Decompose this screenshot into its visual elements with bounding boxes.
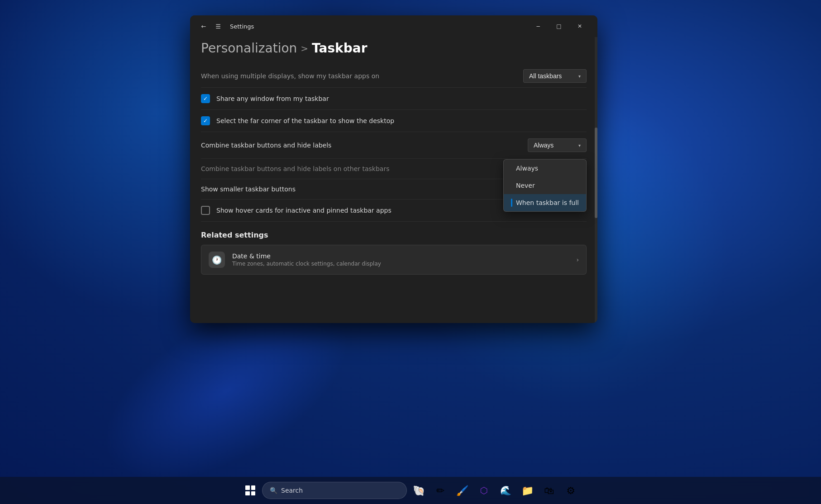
multiple-displays-row: When using multiple displays, show my ta… (201, 65, 587, 88)
far-corner-label: Select the far corner of the taskbar to … (216, 117, 587, 124)
taskbar-icon-paint[interactable]: 🖌️ (452, 480, 472, 500)
share-window-row: Share any window from my taskbar (201, 88, 587, 110)
date-time-chevron-icon: › (576, 256, 579, 263)
maximize-button[interactable]: □ (549, 19, 569, 33)
combine-buttons-label: Combine taskbar buttons and hide labels (201, 142, 528, 149)
close-button[interactable]: ✕ (569, 19, 590, 33)
spacer (511, 181, 512, 190)
hover-cards-checkbox[interactable] (201, 206, 210, 215)
option-when-full-label: When taskbar is full (516, 199, 579, 206)
scrollbar-track (595, 37, 597, 323)
start-icon (245, 485, 255, 495)
breadcrumb-parent[interactable]: Personalization (201, 41, 297, 56)
hamburger-button[interactable]: ☰ (212, 20, 224, 33)
date-time-icon: 🕐 (209, 252, 225, 268)
selected-indicator (511, 199, 512, 207)
breadcrumb-separator: > (301, 43, 308, 54)
far-corner-row: Select the far corner of the taskbar to … (201, 110, 587, 132)
taskbar-icon-ms-store[interactable]: 🛍 (539, 480, 559, 500)
back-button[interactable]: ← (197, 20, 210, 33)
multiple-displays-label: When using multiple displays, show my ta… (201, 72, 523, 80)
combine-buttons-dropdown[interactable]: Always ▾ (528, 138, 587, 152)
related-date-time[interactable]: 🕐 Date & time Time zones, automatic cloc… (201, 245, 587, 275)
combine-buttons-value: Always (534, 142, 554, 149)
option-always-label: Always (516, 165, 538, 172)
taskbar-icon-edge[interactable]: 🌊 (496, 480, 516, 500)
combine-buttons-row: Combine taskbar buttons and hide labels … (201, 132, 587, 159)
combine-dropdown-menu: Always Never When taskbar is full (503, 159, 587, 212)
combine-dropdown-arrow-icon: ▾ (578, 143, 581, 148)
taskbar-icon-ms365[interactable]: ⬡ (474, 480, 494, 500)
scrollbar-thumb[interactable] (595, 128, 597, 218)
spacer (511, 164, 512, 172)
search-bar-text: Search (281, 487, 303, 494)
window-controls: − □ ✕ (528, 19, 590, 33)
dropdown-option-when-full[interactable]: When taskbar is full (504, 194, 586, 211)
content-area: When using multiple displays, show my ta… (190, 65, 597, 323)
taskbar-search[interactable]: 🔍 Search (262, 482, 407, 499)
dropdown-option-never[interactable]: Never (504, 177, 586, 194)
option-never-label: Never (516, 182, 535, 189)
window-title: Settings (230, 23, 254, 30)
date-time-description: Time zones, automatic clock settings, ca… (232, 261, 569, 267)
dropdown-option-always[interactable]: Always (504, 160, 586, 177)
share-window-label: Share any window from my taskbar (216, 95, 587, 102)
taskbar-icon-drawing[interactable]: ✏️ (430, 480, 450, 500)
breadcrumb: Personalization > Taskbar (190, 37, 597, 65)
date-time-title: Date & time (232, 252, 569, 260)
taskbar-center: 🔍 Search 🐚 ✏️ 🖌️ ⬡ 🌊 📁 🛍 ⚙ (240, 480, 581, 500)
taskbar-icon-cortana[interactable]: 🐚 (409, 480, 429, 500)
related-date-time-info: Date & time Time zones, automatic clock … (232, 252, 569, 267)
related-settings-title: Related settings (201, 222, 587, 245)
breadcrumb-current: Taskbar (312, 41, 367, 56)
taskbar-icon-settings[interactable]: ⚙ (561, 480, 581, 500)
taskbar-icon-file-explorer[interactable]: 📁 (517, 480, 537, 500)
start-button[interactable] (240, 480, 260, 500)
title-bar-controls: ← ☰ Settings (197, 20, 254, 33)
multiple-displays-dropdown[interactable]: All taskbars ▾ (523, 69, 587, 83)
dropdown-arrow-icon: ▾ (578, 74, 581, 79)
title-bar: ← ☰ Settings − □ ✕ (190, 15, 597, 37)
minimize-button[interactable]: − (528, 19, 549, 33)
search-icon: 🔍 (270, 487, 277, 494)
far-corner-checkbox[interactable] (201, 116, 210, 125)
settings-window: ← ☰ Settings − □ ✕ Personalization > Tas… (190, 15, 597, 323)
share-window-checkbox[interactable] (201, 94, 210, 103)
taskbar: 🔍 Search 🐚 ✏️ 🖌️ ⬡ 🌊 📁 🛍 ⚙ (0, 477, 821, 504)
